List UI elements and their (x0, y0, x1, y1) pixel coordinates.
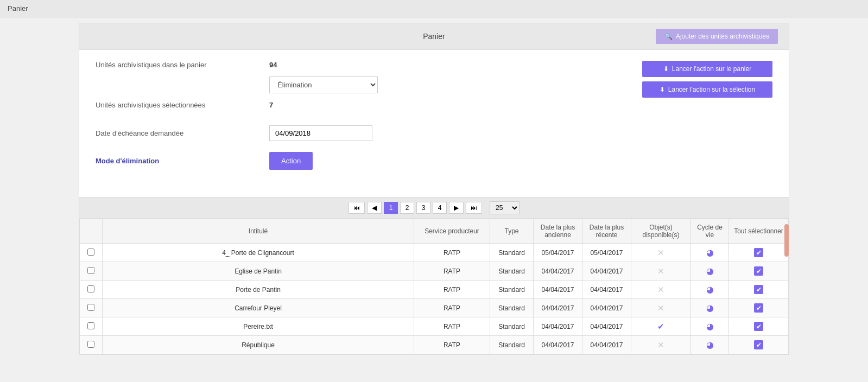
panel-title: Panier (319, 32, 548, 41)
row-cycle-de-vie[interactable]: ◕ (691, 281, 729, 299)
row-select-all[interactable]: ✔ (729, 262, 789, 281)
row-objet-dispo: ✕ (631, 262, 691, 281)
row-select-all[interactable]: ✔ (729, 336, 789, 354)
row-select-all[interactable]: ✔ (729, 281, 789, 299)
row-objet-dispo: ✕ (631, 244, 691, 262)
col-tout-header: Tout sélectionner (729, 219, 789, 244)
data-table: Intitulé Service producteur Type Date la… (79, 219, 789, 354)
row-type: Standard (490, 336, 534, 354)
last-page-button[interactable]: ⏭ (466, 202, 482, 214)
launch-selection-button[interactable]: ⬇ Lancer l'action sur la sélection (642, 81, 772, 98)
next-page-button[interactable]: ▶ (449, 202, 464, 214)
row-checkbox[interactable] (87, 341, 94, 348)
row-cycle-de-vie[interactable]: ◕ (691, 336, 729, 354)
download2-icon: ⬇ (660, 86, 665, 93)
panel-header: Panier 🔍 Ajouter des unités archivistiqu… (79, 23, 789, 50)
pie-icon[interactable]: ◕ (706, 285, 714, 294)
row-cycle-de-vie[interactable]: ◕ (691, 299, 729, 317)
table-row: Porte de PantinRATPStandard04/04/201704/… (80, 281, 789, 299)
date-label: Date d'échéance demandée (96, 129, 269, 137)
table-row: Pereire.txtRATPStandard04/04/201704/04/2… (80, 317, 789, 336)
row-checkbox[interactable] (87, 304, 94, 311)
launch-basket-label: Lancer l'action sur le panier (672, 65, 751, 73)
row-intitule: Pereire.txt (103, 317, 414, 336)
checked-box-icon[interactable]: ✔ (754, 303, 763, 313)
row-checkbox[interactable] (87, 267, 94, 274)
checked-box-icon[interactable]: ✔ (754, 285, 763, 294)
row-objet-dispo: ✔ (631, 317, 691, 336)
action-button[interactable]: Action (269, 152, 313, 170)
row-cycle-de-vie[interactable]: ◕ (691, 317, 729, 336)
elimination-section: Mode d'élimination Action (96, 152, 772, 170)
row-objet-dispo: ✕ (631, 281, 691, 299)
total-value: 94 (269, 61, 291, 69)
action-dropdown[interactable]: Élimination Communication Export (269, 77, 378, 93)
launch-basket-button[interactable]: ⬇ Lancer l'action sur le panier (642, 61, 772, 77)
page-size-select[interactable]: 25 10 50 100 (490, 201, 519, 214)
checked-box-icon[interactable]: ✔ (754, 340, 763, 349)
checked-box-icon[interactable]: ✔ (754, 322, 763, 331)
search-icon: 🔍 (664, 33, 673, 40)
row-checkbox-cell (80, 299, 103, 317)
row-date-ancienne: 04/04/2017 (534, 336, 582, 354)
x-icon: ✕ (657, 303, 664, 313)
table-row: 4_ Porte de ClignancourtRATPStandard05/0… (80, 244, 789, 262)
pagination-bar: ⏮ ◀ 1 2 3 4 ▶ ⏭ 25 10 50 100 (79, 198, 789, 219)
pie-icon[interactable]: ◕ (706, 340, 714, 349)
pie-icon[interactable]: ◕ (706, 322, 714, 331)
row-checkbox-cell (80, 336, 103, 354)
launch-selection-label: Lancer l'action sur la sélection (668, 86, 755, 93)
action-buttons: ⬇ Lancer l'action sur le panier ⬇ Lancer… (642, 61, 772, 98)
row-checkbox[interactable] (87, 285, 94, 292)
date-input[interactable] (269, 125, 372, 141)
page-3-button[interactable]: 3 (416, 202, 430, 214)
row-intitule: Eglise de Pantin (103, 262, 414, 281)
row-date-recente: 05/04/2017 (582, 244, 631, 262)
row-checkbox[interactable] (87, 249, 94, 256)
checked-box-icon[interactable]: ✔ (754, 266, 763, 276)
prev-page-button[interactable]: ◀ (367, 202, 382, 214)
content-area: Unités archivistiques dans le panier 94 … (79, 50, 789, 192)
page-1-button[interactable]: 1 (384, 202, 398, 214)
pie-icon[interactable]: ◕ (706, 248, 714, 257)
row-intitule: Porte de Pantin (103, 281, 414, 299)
page-4-button[interactable]: 4 (433, 202, 447, 214)
row-service: RATP (414, 336, 490, 354)
table-row: RépubliqueRATPStandard04/04/201704/04/20… (80, 336, 789, 354)
row-date-recente: 04/04/2017 (582, 281, 631, 299)
first-page-button[interactable]: ⏮ (349, 202, 365, 214)
row-checkbox-cell (80, 244, 103, 262)
row-type: Standard (490, 262, 534, 281)
row-service: RATP (414, 244, 490, 262)
row-date-ancienne: 04/04/2017 (534, 317, 582, 336)
row-cycle-de-vie[interactable]: ◕ (691, 262, 729, 281)
page-2-button[interactable]: 2 (400, 202, 414, 214)
row-intitule: République (103, 336, 414, 354)
checked-box-icon[interactable]: ✔ (754, 248, 763, 257)
row-service: RATP (414, 281, 490, 299)
x-icon: ✕ (657, 340, 664, 349)
title-bar: Panier (0, 0, 868, 17)
add-archivistic-units-button[interactable]: 🔍 Ajouter des unités archivistiques (656, 29, 778, 44)
row-checkbox[interactable] (87, 322, 94, 329)
col-intitule-header: Intitulé (103, 219, 414, 244)
table-row: Carrefour PleyelRATPStandard04/04/201704… (80, 299, 789, 317)
title-bar-label: Panier (8, 4, 28, 12)
row-checkbox-cell (80, 317, 103, 336)
check-icon: ✔ (657, 322, 664, 331)
row-cycle-de-vie[interactable]: ◕ (691, 244, 729, 262)
row-select-all[interactable]: ✔ (729, 317, 789, 336)
table-header-row: Intitulé Service producteur Type Date la… (80, 219, 789, 244)
col-checkbox (80, 219, 103, 244)
row-objet-dispo: ✕ (631, 299, 691, 317)
col-date-recente-header: Date la plus récente (582, 219, 631, 244)
pie-icon[interactable]: ◕ (706, 266, 714, 276)
table-section: ⏮ ◀ 1 2 3 4 ▶ ⏭ 25 10 50 100 Intitulé (79, 197, 789, 354)
row-type: Standard (490, 317, 534, 336)
date-section: Date d'échéance demandée (96, 125, 772, 141)
pie-icon[interactable]: ◕ (706, 303, 714, 313)
row-select-all[interactable]: ✔ (729, 299, 789, 317)
row-checkbox-cell (80, 262, 103, 281)
row-select-all[interactable]: ✔ (729, 244, 789, 262)
dropdown-row: Élimination Communication Export (96, 77, 642, 93)
